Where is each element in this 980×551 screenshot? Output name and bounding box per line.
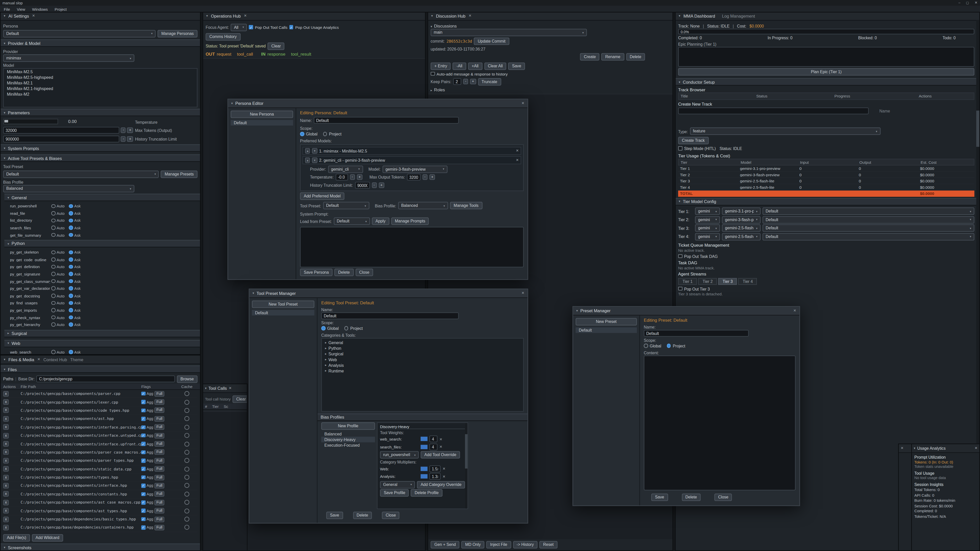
remove-file-button[interactable]: x	[3, 449, 9, 455]
auto-radio[interactable]	[51, 279, 56, 283]
model-list-item[interactable]: MiniMax-M2.5	[4, 68, 197, 74]
files-section-header[interactable]: Files	[0, 365, 200, 373]
auto-radio[interactable]	[51, 250, 56, 254]
weight-slider[interactable]	[421, 437, 428, 441]
delete-button[interactable]: Delete	[353, 512, 372, 519]
entry-action-button[interactable]: -All	[453, 62, 466, 70]
update-commit-button[interactable]: Update Commit	[474, 37, 509, 44]
full-flag-button[interactable]: Full	[154, 399, 164, 405]
agg-checkbox[interactable]	[141, 392, 145, 395]
increment-button[interactable]: +	[127, 127, 133, 133]
auto-radio[interactable]	[51, 294, 56, 298]
cache-indicator-icon[interactable]	[184, 416, 189, 421]
manage-presets-button[interactable]: Manage Presets	[161, 170, 197, 178]
new-tool-preset-button[interactable]: New Tool Preset	[252, 300, 314, 308]
scrollbar-thumb[interactable]	[465, 434, 468, 468]
tier-provider-select[interactable]: gemini	[695, 233, 720, 240]
decrement-button[interactable]: -	[422, 174, 428, 180]
auto-radio[interactable]	[51, 308, 56, 312]
base-dir-input[interactable]	[37, 375, 175, 383]
tier-provider-select[interactable]: gemini	[695, 207, 720, 215]
remove-weight-button[interactable]	[439, 437, 442, 441]
discussion-action-button[interactable]: Reset	[539, 541, 557, 548]
full-flag-button[interactable]: Full	[154, 441, 164, 447]
close-tab-icon[interactable]	[37, 357, 40, 362]
multiplier-input[interactable]	[429, 473, 441, 480]
ask-radio[interactable]	[69, 308, 73, 312]
close-window-button[interactable]	[975, 1, 977, 5]
auto-radio[interactable]	[51, 265, 56, 269]
parameters-section-header[interactable]: Parameters	[0, 109, 200, 116]
category-item[interactable]: Python	[322, 345, 523, 351]
stream-tab-tier2[interactable]: Tier 2	[698, 278, 717, 285]
profile-item[interactable]: Balanced	[321, 431, 375, 437]
remove-file-button[interactable]: x	[3, 458, 9, 464]
ask-radio[interactable]	[69, 279, 73, 283]
pop-out-tool-calls-checkbox[interactable]	[249, 25, 253, 29]
scope-project-radio[interactable]	[667, 344, 671, 348]
tier-provider-select[interactable]: gemini	[695, 224, 720, 232]
delete-discussion-button[interactable]: Delete	[626, 53, 645, 60]
save-button[interactable]: Save	[651, 494, 668, 501]
step-mode-checkbox[interactable]	[678, 146, 682, 151]
entry-action-button[interactable]: Clear All	[484, 62, 507, 70]
model-select[interactable]: gemini-3-flash-preview	[382, 165, 447, 173]
cache-indicator-icon[interactable]	[184, 483, 189, 488]
cache-indicator-icon[interactable]	[184, 475, 189, 480]
agg-checkbox[interactable]	[141, 417, 145, 421]
max-tokens-input[interactable]	[3, 127, 120, 133]
scope-global-radio[interactable]	[321, 326, 325, 330]
full-flag-button[interactable]: Full	[154, 458, 164, 464]
truncate-button[interactable]: Truncate	[478, 78, 501, 85]
cache-indicator-icon[interactable]	[184, 391, 189, 396]
remove-multiplier-button[interactable]	[442, 474, 445, 479]
persona-select[interactable]: Default	[3, 30, 156, 37]
clear-tool-calls-button[interactable]: Clear	[232, 395, 248, 403]
ask-radio[interactable]	[69, 301, 73, 305]
full-flag-button[interactable]: Full	[154, 433, 164, 438]
profile-item[interactable]: Execution-Focused	[321, 442, 375, 448]
tool-calls-list[interactable]	[202, 411, 247, 551]
save-profile-button[interactable]: Save Profile	[380, 489, 409, 497]
stream-tab-tier1[interactable]: Tier 1	[678, 278, 697, 285]
decrement-button[interactable]: -	[463, 79, 468, 84]
scrollbar[interactable]	[465, 423, 468, 509]
ask-radio[interactable]	[69, 218, 73, 222]
tab-ai-settings[interactable]: AI Settings	[8, 14, 29, 18]
full-flag-button[interactable]: Full	[154, 449, 164, 455]
ask-radio[interactable]	[69, 250, 73, 254]
persona-list-item[interactable]: Default	[231, 120, 293, 125]
provider-model-section-header[interactable]: Provider & Model	[0, 39, 200, 47]
category-item[interactable]: Web	[322, 356, 523, 362]
stream-tab-tier3[interactable]: Tier 3	[718, 278, 737, 285]
menu-item[interactable]: View	[17, 6, 25, 11]
auto-radio[interactable]	[51, 204, 56, 208]
provider-select[interactable]: minimax	[3, 54, 134, 62]
remove-file-button[interactable]: x	[3, 466, 9, 472]
weight-input[interactable]	[429, 435, 438, 442]
cache-indicator-icon[interactable]	[184, 433, 189, 438]
apply-button[interactable]: Apply	[372, 218, 390, 225]
auto-radio[interactable]	[51, 315, 56, 319]
load-preset-select[interactable]: Default	[334, 218, 370, 225]
model-list-item[interactable]: MiniMax-M2.1-highspeed	[4, 86, 197, 91]
menu-item[interactable]: File	[4, 6, 10, 11]
cache-indicator-icon[interactable]	[184, 441, 189, 446]
decrement-button[interactable]: -	[350, 174, 355, 180]
close-tab-icon[interactable]	[900, 446, 904, 451]
remove-file-button[interactable]: x	[3, 516, 9, 522]
cache-indicator-icon[interactable]	[184, 500, 189, 505]
weight-input[interactable]	[429, 443, 438, 450]
persona-name-input[interactable]	[313, 117, 458, 124]
entry-action-button[interactable]: +All	[468, 62, 482, 70]
tier-model-select[interactable]: gemini-2.5-flash-lite	[722, 224, 761, 232]
remove-file-button[interactable]: x	[3, 483, 9, 489]
category-item[interactable]: Analysis	[322, 362, 523, 368]
legend-out[interactable]: OUT	[206, 52, 215, 56]
ask-radio[interactable]	[69, 286, 73, 291]
profile-item[interactable]: Discovery-Heavy	[321, 437, 375, 442]
weight-slider[interactable]	[421, 445, 428, 449]
discussion-action-button[interactable]: -> History	[513, 541, 538, 548]
agg-checkbox[interactable]	[141, 442, 145, 446]
close-tab-icon[interactable]	[244, 14, 247, 18]
